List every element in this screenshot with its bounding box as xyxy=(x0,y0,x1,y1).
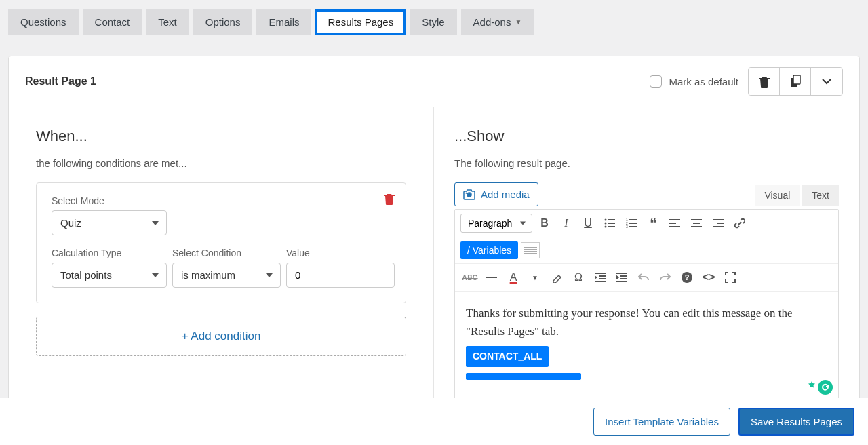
svg-rect-18 xyxy=(669,226,680,227)
code-button[interactable]: <> xyxy=(699,268,718,287)
quote-button[interactable]: ❝ xyxy=(644,214,663,233)
add-condition-button[interactable]: + Add condition xyxy=(36,317,406,356)
toolbar-toggle-button[interactable] xyxy=(521,242,540,258)
help-button[interactable]: ? xyxy=(677,268,696,287)
condition-box: Select Mode Quiz Calculation Type Total … xyxy=(36,182,406,303)
svg-rect-1 xyxy=(793,75,800,84)
variable-tag-contact[interactable]: CONTACT_ALL xyxy=(466,346,549,366)
collapse-button[interactable] xyxy=(811,68,842,95)
condition-label: Select Condition xyxy=(172,248,281,258)
editor-tab-visual[interactable]: Visual xyxy=(755,185,800,206)
outdent-icon xyxy=(595,273,606,282)
svg-rect-17 xyxy=(669,222,676,224)
camera-icon: ♪ xyxy=(463,189,475,200)
svg-point-6 xyxy=(605,222,607,225)
tab-contact[interactable]: Contact xyxy=(83,9,142,35)
tab-addons[interactable]: Add-ons ▼ xyxy=(461,9,534,35)
strikethrough-button[interactable]: ABC xyxy=(460,268,479,287)
tab-addons-label: Add-ons xyxy=(473,16,511,28)
delete-button[interactable] xyxy=(749,68,780,95)
italic-button[interactable]: I xyxy=(557,214,576,233)
add-media-label: Add media xyxy=(481,189,530,200)
svg-rect-31 xyxy=(620,278,627,279)
insert-variables-button[interactable]: Insert Template Variables xyxy=(593,408,730,436)
editor: Paragraph B I U 123 ❝ xyxy=(454,209,839,410)
variable-tag-questions[interactable] xyxy=(466,373,581,380)
card-title: Result Page 1 xyxy=(25,75,96,88)
indent-button[interactable] xyxy=(612,268,631,287)
condition-dropdown[interactable]: is maximum xyxy=(172,263,281,288)
svg-rect-27 xyxy=(599,278,606,279)
outdent-button[interactable] xyxy=(591,268,610,287)
mark-default-checkbox[interactable] xyxy=(650,75,662,88)
trash-icon xyxy=(759,75,770,88)
tab-style[interactable]: Style xyxy=(410,9,456,35)
underline-button[interactable]: U xyxy=(578,214,597,233)
bold-button[interactable]: B xyxy=(535,214,554,233)
undo-button[interactable] xyxy=(634,268,653,287)
select-mode-dropdown[interactable]: Quiz xyxy=(52,210,167,235)
calc-type-dropdown[interactable]: Total points xyxy=(52,263,167,288)
redo-button[interactable] xyxy=(656,268,675,287)
align-right-button[interactable] xyxy=(709,214,728,233)
footer: Insert Template Variables Save Results P… xyxy=(0,398,868,440)
tab-emails[interactable]: Emails xyxy=(256,9,311,35)
hr-button[interactable]: — xyxy=(482,268,501,287)
tab-results-pages[interactable]: Results Pages xyxy=(315,9,406,35)
svg-rect-19 xyxy=(691,219,702,220)
add-media-button[interactable]: ♪ Add media xyxy=(454,182,538,206)
editor-text: Thanks for submitting your response! You… xyxy=(466,307,793,338)
trash-icon xyxy=(384,193,395,205)
svg-text:3: 3 xyxy=(626,225,628,228)
svg-rect-7 xyxy=(608,222,615,224)
number-list-button[interactable]: 123 xyxy=(622,214,641,233)
svg-rect-26 xyxy=(599,275,606,277)
editor-content[interactable]: Thanks for submitting your response! You… xyxy=(455,292,838,400)
duplicate-button[interactable] xyxy=(780,68,811,95)
svg-rect-5 xyxy=(608,219,615,220)
editor-tab-text[interactable]: Text xyxy=(802,185,839,206)
align-center-button[interactable] xyxy=(687,214,706,233)
variables-button[interactable]: / Variables xyxy=(460,241,518,259)
svg-text:♪: ♪ xyxy=(465,190,468,195)
svg-rect-11 xyxy=(629,219,637,220)
save-button[interactable]: Save Results Pages xyxy=(738,408,854,436)
result-page-card: Result Page 1 Mark as default xyxy=(8,56,860,431)
bullet-list-button[interactable] xyxy=(600,214,619,233)
svg-rect-25 xyxy=(595,273,606,274)
align-right-icon xyxy=(713,219,724,227)
bullet-list-icon xyxy=(604,218,615,228)
tab-options[interactable]: Options xyxy=(193,9,253,35)
svg-rect-21 xyxy=(691,226,702,227)
delete-condition-button[interactable] xyxy=(384,193,395,205)
copy-icon xyxy=(790,75,801,88)
format-dropdown[interactable]: Paragraph xyxy=(460,214,532,233)
tab-text[interactable]: Text xyxy=(146,9,189,35)
fullscreen-button[interactable] xyxy=(721,268,740,287)
number-list-icon: 123 xyxy=(626,218,637,228)
svg-rect-13 xyxy=(629,222,637,224)
grammarly-widget[interactable] xyxy=(807,380,833,395)
svg-rect-20 xyxy=(693,222,700,224)
select-mode-label: Select Mode xyxy=(52,195,391,206)
clear-format-button[interactable] xyxy=(547,268,566,287)
svg-text:?: ? xyxy=(685,273,690,282)
text-color-button[interactable]: A xyxy=(504,268,523,287)
tab-questions[interactable]: Questions xyxy=(8,9,79,35)
value-input[interactable] xyxy=(286,263,395,288)
special-char-button[interactable]: Ω xyxy=(569,268,588,287)
svg-rect-29 xyxy=(616,273,627,274)
show-subtext: The following result page. xyxy=(454,157,839,169)
link-icon xyxy=(734,218,745,229)
link-button[interactable] xyxy=(730,214,749,233)
svg-rect-30 xyxy=(620,275,627,277)
svg-rect-32 xyxy=(616,281,627,282)
text-color-dropdown[interactable]: ▼ xyxy=(526,268,545,287)
mark-default-label[interactable]: Mark as default xyxy=(650,75,738,88)
help-icon: ? xyxy=(681,271,693,284)
align-left-button[interactable] xyxy=(665,214,684,233)
svg-rect-9 xyxy=(608,226,615,227)
tab-bar: Questions Contact Text Options Emails Re… xyxy=(0,0,868,35)
mark-default-text: Mark as default xyxy=(669,76,738,88)
eraser-icon xyxy=(551,272,562,283)
